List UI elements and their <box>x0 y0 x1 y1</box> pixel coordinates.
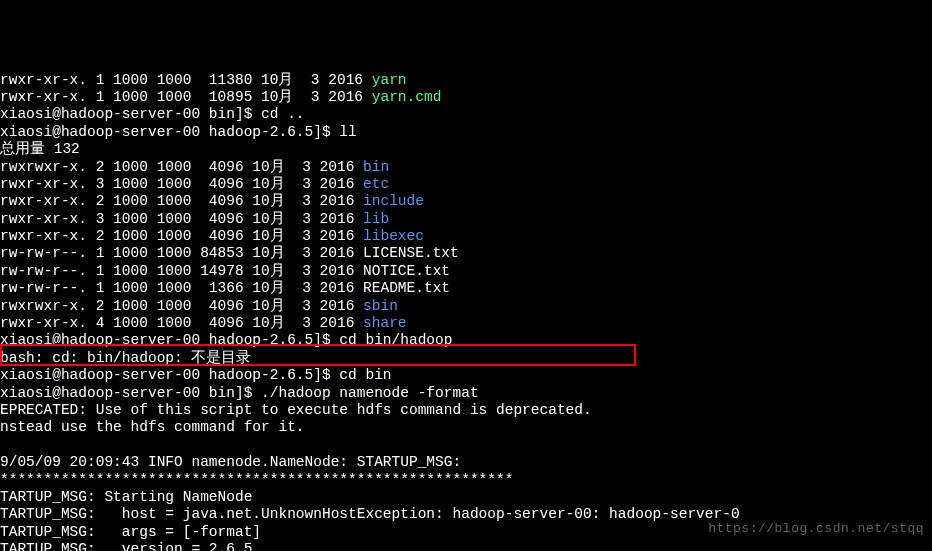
terminal-line: rwxr-xr-x. 2 1000 1000 4096 10月 3 2016 l… <box>0 228 932 245</box>
text-segment: 总用量 132 <box>0 141 80 157</box>
executable-name: yarn <box>372 72 407 88</box>
directory-name: bin <box>363 159 389 175</box>
terminal-line: rwxr-xr-x. 2 1000 1000 4096 10月 3 2016 i… <box>0 193 932 210</box>
text-segment: rwxr-xr-x. 4 1000 1000 4096 10月 3 2016 <box>0 315 363 331</box>
terminal-line: ****************************************… <box>0 472 932 489</box>
text-segment: TARTUP_MSG: version = 2.6.5 <box>0 541 252 551</box>
terminal-line: rwxrwxr-x. 2 1000 1000 4096 10月 3 2016 s… <box>0 298 932 315</box>
terminal-line: nstead use the hdfs command for it. <box>0 419 932 436</box>
text-segment: xiaosi@hadoop-server-00 bin]$ ./hadoop n… <box>0 385 479 401</box>
terminal-line: TARTUP_MSG: version = 2.6.5 <box>0 541 932 551</box>
executable-name: yarn.cmd <box>372 89 442 105</box>
terminal-line: rw-rw-r--. 1 1000 1000 84853 10月 3 2016 … <box>0 245 932 262</box>
terminal-line: xiaosi@hadoop-server-00 hadoop-2.6.5]$ c… <box>0 367 932 384</box>
text-segment: xiaosi@hadoop-server-00 bin]$ cd .. <box>0 106 305 122</box>
directory-name: libexec <box>363 228 424 244</box>
text-segment: rwxr-xr-x. 2 1000 1000 4096 10月 3 2016 <box>0 193 363 209</box>
terminal-line: rwxr-xr-x. 1 1000 1000 10895 10月 3 2016 … <box>0 89 932 106</box>
terminal-line: xiaosi@hadoop-server-00 hadoop-2.6.5]$ c… <box>0 332 932 349</box>
terminal-line: rwxr-xr-x. 3 1000 1000 4096 10月 3 2016 e… <box>0 176 932 193</box>
text-segment: TARTUP_MSG: host = java.net.UnknownHostE… <box>0 506 740 522</box>
text-segment: rwxrwxr-x. 2 1000 1000 4096 10月 3 2016 <box>0 159 363 175</box>
directory-name: lib <box>363 211 389 227</box>
directory-name: include <box>363 193 424 209</box>
text-segment: rwxr-xr-x. 1 1000 1000 10895 10月 3 2016 <box>0 89 372 105</box>
text-segment: nstead use the hdfs command for it. <box>0 419 305 435</box>
text-segment: rw-rw-r--. 1 1000 1000 14978 10月 3 2016 … <box>0 263 450 279</box>
terminal-line: EPRECATED: Use of this script to execute… <box>0 402 932 419</box>
text-segment: xiaosi@hadoop-server-00 hadoop-2.6.5]$ c… <box>0 332 452 348</box>
text-segment: 9/05/09 20:09:43 INFO namenode.NameNode:… <box>0 454 461 470</box>
text-segment: TARTUP_MSG: Starting NameNode <box>0 489 252 505</box>
text-segment: rwxrwxr-x. 2 1000 1000 4096 10月 3 2016 <box>0 298 363 314</box>
text-segment: rwxr-xr-x. 3 1000 1000 4096 10月 3 2016 <box>0 176 363 192</box>
terminal-line: xiaosi@hadoop-server-00 bin]$ ./hadoop n… <box>0 385 932 402</box>
directory-name: share <box>363 315 407 331</box>
terminal-line: rw-rw-r--. 1 1000 1000 14978 10月 3 2016 … <box>0 263 932 280</box>
text-segment: rwxr-xr-x. 2 1000 1000 4096 10月 3 2016 <box>0 228 363 244</box>
text-segment: rwxr-xr-x. 1 1000 1000 11380 10月 3 2016 <box>0 72 372 88</box>
terminal-line: bash: cd: bin/hadoop: 不是目录 <box>0 350 932 367</box>
terminal-line: xiaosi@hadoop-server-00 hadoop-2.6.5]$ l… <box>0 124 932 141</box>
terminal-line: rwxr-xr-x. 3 1000 1000 4096 10月 3 2016 l… <box>0 211 932 228</box>
text-segment: rw-rw-r--. 1 1000 1000 1366 10月 3 2016 R… <box>0 280 450 296</box>
terminal-line: rwxr-xr-x. 4 1000 1000 4096 10月 3 2016 s… <box>0 315 932 332</box>
terminal-line <box>0 437 932 454</box>
text-segment: rwxr-xr-x. 3 1000 1000 4096 10月 3 2016 <box>0 211 363 227</box>
text-segment: xiaosi@hadoop-server-00 hadoop-2.6.5]$ c… <box>0 367 392 383</box>
terminal-line: TARTUP_MSG: Starting NameNode <box>0 489 932 506</box>
text-segment: bash: cd: bin/hadoop: 不是目录 <box>0 350 251 366</box>
text-segment: TARTUP_MSG: args = [-format] <box>0 524 261 540</box>
text-segment: rw-rw-r--. 1 1000 1000 84853 10月 3 2016 … <box>0 245 459 261</box>
directory-name: etc <box>363 176 389 192</box>
directory-name: sbin <box>363 298 398 314</box>
text-segment: EPRECATED: Use of this script to execute… <box>0 402 592 418</box>
terminal-line: 总用量 132 <box>0 141 932 158</box>
watermark-text: https://blog.csdn.net/stqq <box>708 521 924 537</box>
terminal-line: xiaosi@hadoop-server-00 bin]$ cd .. <box>0 106 932 123</box>
terminal-line: rw-rw-r--. 1 1000 1000 1366 10月 3 2016 R… <box>0 280 932 297</box>
text-segment: xiaosi@hadoop-server-00 hadoop-2.6.5]$ l… <box>0 124 357 140</box>
text-segment: ****************************************… <box>0 472 513 488</box>
terminal-line: rwxrwxr-x. 2 1000 1000 4096 10月 3 2016 b… <box>0 159 932 176</box>
terminal-output[interactable]: rwxr-xr-x. 1 1000 1000 11380 10月 3 2016 … <box>0 72 932 551</box>
terminal-line: rwxr-xr-x. 1 1000 1000 11380 10月 3 2016 … <box>0 72 932 89</box>
terminal-line: 9/05/09 20:09:43 INFO namenode.NameNode:… <box>0 454 932 471</box>
